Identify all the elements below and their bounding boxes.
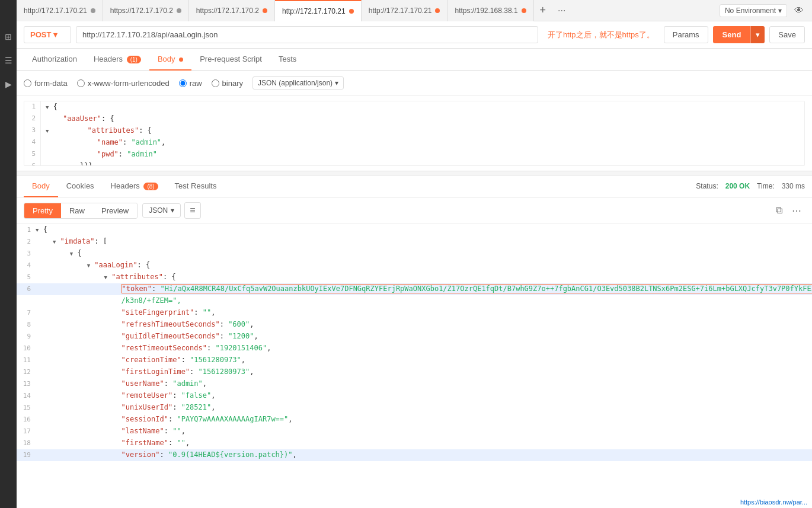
body-type-binary[interactable]: binary — [212, 79, 243, 88]
resp-linenum-5: 5 — [17, 271, 36, 283]
tab-https-6[interactable]: https://192.168.38.1 — [447, 0, 533, 21]
resp-linenum-1: 1 — [17, 224, 36, 235]
tab-label-3: https://172.17.170.2 — [196, 7, 259, 15]
binary-label: binary — [222, 79, 243, 88]
add-tab-button[interactable]: + — [534, 4, 552, 17]
method-chevron: ▾ — [53, 30, 57, 39]
resp-line-3: 3 { — [17, 248, 812, 260]
resp-line-11: 11 "creationTime": "1561280973", — [17, 354, 812, 366]
main-content: http://172.17.170.21 https://172.17.170.… — [17, 0, 812, 461]
resp-linenum-16: 16 — [17, 414, 36, 425]
view-tab-pretty[interactable]: Pretty — [24, 203, 61, 218]
send-dropdown-button[interactable]: ▾ — [750, 26, 765, 43]
json-format-label: JSON (application/json) — [258, 79, 333, 87]
resp-collapse-3[interactable] — [70, 249, 73, 257]
method-label: POST — [30, 30, 51, 39]
tab-dot-2 — [177, 8, 181, 13]
collapse-arrow-1[interactable] — [46, 103, 49, 111]
resp-line-6b: /k3n8/+fZEM=", — [17, 295, 812, 307]
view-action-buttons: ⧉ ⋯ — [772, 203, 805, 219]
resp-linecontent-18: "firstName": "", — [36, 437, 812, 449]
resp-linenum-17: 17 — [17, 426, 36, 437]
resp-collapse-2[interactable] — [53, 237, 56, 245]
section-divider — [17, 171, 812, 175]
tab-http-5[interactable]: http://172.17.170.21 — [362, 0, 448, 21]
resp-collapse-1[interactable] — [36, 225, 39, 234]
resp-linenum-9: 9 — [17, 331, 36, 342]
resp-linenum-6: 6 — [17, 283, 36, 295]
status-label: Status: — [696, 182, 718, 190]
request-body-editor[interactable]: 1 { 2 "aaaUser": { 3 "attributes": { 4 "… — [24, 101, 805, 166]
response-status-area: Status: 200 OK Time: 330 ms — [696, 182, 805, 190]
resp-collapse-4[interactable] — [87, 261, 90, 269]
tab-http-1[interactable]: http://172.17.170.21 — [17, 0, 103, 21]
env-dropdown[interactable]: No Environment ▾ — [720, 4, 787, 17]
resp-tab-body[interactable]: Body — [24, 175, 58, 197]
radio-raw[interactable] — [179, 79, 187, 87]
tab-dot-5 — [435, 8, 440, 13]
resp-line-13: 13 "userName": "admin", — [17, 378, 812, 390]
more-button[interactable]: ⋯ — [788, 203, 805, 219]
resp-tab-testresults[interactable]: Test Results — [167, 175, 225, 197]
req-linecontent-6: }}} — [46, 161, 804, 166]
resp-line-14: 14 "remoteUser": "false", — [17, 390, 812, 402]
tab-tests[interactable]: Tests — [270, 49, 305, 71]
tab-authorization[interactable]: Authorization — [24, 49, 85, 71]
resp-line-16: 16 "sessionId": "PAYQ7wAAAAXAAAAAgIAR7w=… — [17, 414, 812, 426]
method-button[interactable]: POST ▾ — [24, 26, 71, 43]
eye-button[interactable]: 👁 — [791, 4, 807, 17]
tab-body[interactable]: Body — [149, 49, 191, 71]
tab-http-4[interactable]: http://172.17.170.21 — [275, 0, 362, 21]
resp-tab-headers[interactable]: Headers (8) — [103, 175, 167, 197]
view-tab-preview[interactable]: Preview — [93, 203, 137, 218]
resp-linecontent-16: "sessionId": "PAYQ7wAAAAXAAAAAgIAR7w==", — [36, 414, 812, 426]
tab-https-2[interactable]: https://172.17.170.2 — [103, 0, 189, 21]
save-button[interactable]: Save — [769, 26, 805, 43]
wrap-button[interactable]: ≡ — [184, 202, 200, 219]
body-type-form-data[interactable]: form-data — [24, 79, 68, 88]
resp-line-7: 7 "siteFingerprint": "", — [17, 307, 812, 319]
raw-label: raw — [190, 79, 202, 88]
resp-linecontent-2: "imdata": [ — [36, 236, 812, 248]
resp-linecontent-17: "lastName": "", — [36, 426, 812, 437]
sidebar-icon-3[interactable]: ▶ — [3, 77, 14, 91]
tab-prerequest[interactable]: Pre-request Script — [191, 49, 270, 71]
more-tabs-button[interactable]: ··· — [552, 5, 571, 16]
headers-badge: (1) — [127, 56, 141, 63]
response-code-area[interactable]: 1 { 2 "imdata": [ 3 { 4 "aaaLogin": { 5 … — [17, 224, 812, 461]
sidebar-icon-2[interactable]: ☰ — [2, 53, 15, 68]
view-tab-group: Pretty Raw Preview — [24, 203, 138, 219]
radio-form-data[interactable] — [24, 79, 31, 87]
resp-linecontent-6b: /k3n8/+fZEM=", — [36, 295, 812, 307]
copy-button[interactable]: ⧉ — [772, 203, 786, 219]
resp-linecontent-7: "siteFingerprint": "", — [36, 307, 812, 319]
body-type-raw[interactable]: raw — [179, 79, 202, 88]
send-button-group: Send ▾ — [713, 26, 765, 43]
send-button[interactable]: Send — [713, 26, 751, 43]
resp-tab-cookies[interactable]: Cookies — [58, 175, 103, 197]
resp-linecontent-9: "guiIdleTimeoutSeconds": "1200", — [36, 331, 812, 343]
format-selector[interactable]: JSON ▾ — [142, 203, 181, 218]
resp-collapse-5[interactable] — [104, 273, 107, 281]
url-input[interactable] — [76, 26, 538, 43]
view-tab-raw[interactable]: Raw — [61, 203, 93, 218]
req-line-4: 4 "name": "admin", — [24, 137, 804, 149]
radio-urlencoded[interactable] — [77, 79, 85, 87]
params-button[interactable]: Params — [664, 26, 708, 43]
radio-binary[interactable] — [212, 79, 219, 87]
format-chevron: ▾ — [171, 206, 174, 215]
resp-linenum-12: 12 — [17, 366, 36, 378]
env-select-area: No Environment ▾ 👁 — [720, 4, 812, 17]
tab-headers[interactable]: Headers (1) — [85, 49, 149, 71]
resp-linecontent-8: "refreshTimeoutSeconds": "600", — [36, 319, 812, 331]
resp-line-10: 10 "restTimeoutSeconds": "1920151406", — [17, 343, 812, 354]
tab-https-3[interactable]: https://172.17.170.2 — [189, 0, 275, 21]
req-line-2: 2 "aaaUser": { — [24, 113, 804, 125]
json-format-selector[interactable]: JSON (application/json) ▾ — [252, 76, 344, 90]
env-chevron: ▾ — [778, 7, 782, 15]
resp-linenum-2: 2 — [17, 236, 36, 247]
resp-linecontent-1: { — [36, 224, 812, 236]
collapse-arrow-3[interactable] — [46, 126, 49, 135]
sidebar-icon-1[interactable]: ⊞ — [2, 30, 14, 44]
body-type-urlencoded[interactable]: x-www-form-urlencoded — [77, 79, 170, 88]
